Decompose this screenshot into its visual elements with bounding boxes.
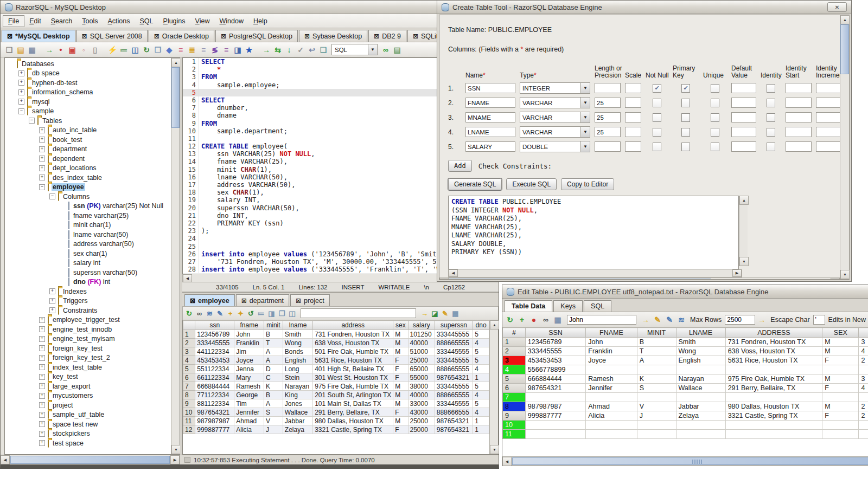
identity-start-input[interactable] bbox=[786, 83, 812, 93]
refresh-icon[interactable]: ↻ bbox=[505, 314, 515, 325]
tree-item[interactable]: salary int bbox=[5, 259, 171, 268]
cell[interactable] bbox=[822, 393, 859, 402]
cell[interactable]: Ramesh bbox=[586, 374, 637, 384]
table-row[interactable]: 9999887777AliciaJZelaya3321 Castle, Spri… bbox=[503, 411, 868, 421]
undo-icon[interactable]: ↩ bbox=[307, 44, 317, 55]
scroll-left-icon[interactable]: ◀ bbox=[449, 269, 458, 277]
length-input[interactable]: 25 bbox=[595, 98, 621, 108]
sql-mode-dropdown[interactable]: SQL▼ bbox=[331, 44, 378, 55]
cell[interactable]: M bbox=[822, 402, 859, 411]
cell[interactable]: 987654321 bbox=[525, 384, 585, 393]
result-tab[interactable]: ⊠project bbox=[290, 294, 330, 306]
cell[interactable] bbox=[859, 365, 868, 374]
tree-item[interactable]: +book_test bbox=[5, 135, 171, 145]
menu-window[interactable]: Window bbox=[214, 16, 248, 27]
menu-help[interactable]: Help bbox=[248, 16, 272, 27]
scroll-up-icon[interactable]: ▲ bbox=[490, 320, 499, 330]
scroll-down-icon[interactable]: ▼ bbox=[171, 445, 181, 454]
result-tab[interactable]: ⊠employee bbox=[184, 294, 235, 306]
go-arrow-icon[interactable]: → bbox=[756, 314, 767, 325]
scroll-down-icon[interactable]: ▼ bbox=[490, 445, 499, 454]
tree-item[interactable]: +dependent bbox=[5, 154, 171, 164]
expander-icon[interactable]: + bbox=[39, 146, 45, 152]
cell[interactable] bbox=[525, 421, 585, 430]
result-tab[interactable]: ⊠department bbox=[236, 294, 289, 306]
cell-icon[interactable]: ◨ bbox=[266, 308, 277, 319]
refresh-icon[interactable]: ↻ bbox=[184, 308, 194, 319]
length-input[interactable] bbox=[595, 83, 621, 93]
add-column-button[interactable]: Add bbox=[448, 160, 472, 172]
table-row[interactable]: 3453453453JoyceAEnglish5631 Rice, Housto… bbox=[503, 356, 868, 365]
menu-file[interactable]: File bbox=[3, 15, 24, 27]
cell[interactable]: Jennifer bbox=[586, 384, 637, 393]
expander-icon[interactable]: + bbox=[49, 307, 55, 313]
save-icon[interactable]: ▦ bbox=[27, 44, 37, 55]
column-header[interactable]: MINIT bbox=[637, 328, 676, 338]
column-header[interactable]: minit bbox=[264, 321, 283, 330]
expander-icon[interactable]: + bbox=[39, 402, 45, 408]
scroll-up-icon[interactable]: ▲ bbox=[171, 58, 181, 67]
scale-input[interactable] bbox=[625, 98, 641, 108]
column-header[interactable]: salary bbox=[408, 321, 435, 330]
edit-gold-icon[interactable]: ✎ bbox=[440, 308, 450, 319]
cell[interactable]: V bbox=[637, 402, 676, 411]
tree-item[interactable]: +des_index_table bbox=[5, 173, 171, 183]
expander-icon[interactable]: + bbox=[39, 421, 45, 427]
chevron-down-icon[interactable]: ▼ bbox=[580, 98, 590, 108]
cell[interactable] bbox=[586, 365, 637, 374]
identity-increment-input[interactable] bbox=[816, 83, 840, 93]
main-titlebar[interactable]: RazorSQL - MySQL Desktop bbox=[1, 1, 499, 14]
identity-increment-input[interactable] bbox=[816, 127, 840, 137]
copy-to-editor-button[interactable]: Copy to Editor bbox=[561, 178, 614, 190]
default-value-input[interactable] bbox=[731, 98, 756, 108]
cell[interactable] bbox=[637, 421, 676, 430]
search-page-icon[interactable]: ◫ bbox=[130, 44, 141, 55]
cell[interactable] bbox=[725, 421, 822, 430]
tab-keys[interactable]: Keys bbox=[553, 300, 583, 312]
column-header[interactable]: fname bbox=[234, 321, 264, 330]
execute-sql-icon[interactable]: ⚡ bbox=[107, 44, 118, 55]
create-table-titlebar[interactable]: Create Table Tool - RazorSQL Database En… bbox=[437, 1, 851, 14]
tree-item[interactable]: sex char(1) bbox=[5, 249, 171, 259]
not-null-checkbox[interactable]: ✔ bbox=[653, 84, 661, 93]
identity-checkbox[interactable] bbox=[767, 128, 775, 137]
refresh-icon[interactable]: ⇆ bbox=[272, 44, 283, 55]
column-header[interactable]: dno bbox=[473, 321, 489, 330]
export-grid-icon[interactable]: ▦ bbox=[450, 308, 461, 319]
identity-increment-input[interactable] bbox=[816, 98, 840, 108]
column-header[interactable]: SSN bbox=[525, 328, 585, 338]
chevron-down-icon[interactable]: ▼ bbox=[580, 83, 590, 93]
tab-sql[interactable]: SQL bbox=[584, 300, 611, 312]
cell[interactable]: S bbox=[637, 384, 676, 393]
tree-item[interactable]: address varchar(50) bbox=[5, 240, 171, 249]
cell[interactable] bbox=[859, 421, 868, 430]
cell[interactable]: Ahmad bbox=[586, 402, 637, 411]
edit-table-icon[interactable]: ≣ bbox=[187, 44, 197, 55]
cell[interactable] bbox=[637, 365, 676, 374]
cell[interactable]: Smith bbox=[676, 338, 725, 347]
primary-key-checkbox[interactable] bbox=[681, 128, 690, 137]
connection-tab[interactable]: ⊠*MySQL Desktop bbox=[2, 30, 75, 42]
table-row[interactable]: 2333445555FranklinTWong638 Voss, Houston… bbox=[503, 347, 868, 356]
tree-item[interactable]: +Triggers bbox=[5, 296, 171, 306]
escape-char-input[interactable] bbox=[813, 315, 825, 325]
execute-sql-button[interactable]: Execute SQL bbox=[506, 178, 557, 190]
dialog-vertical-scrollbar[interactable]: ▲ ▼ bbox=[840, 15, 849, 279]
scrollbar-thumb[interactable] bbox=[10, 456, 170, 464]
identity-start-input[interactable] bbox=[786, 141, 812, 152]
cell[interactable]: Wallace bbox=[676, 384, 725, 393]
expander-icon[interactable]: + bbox=[49, 298, 55, 304]
column-name-input[interactable]: LNAME bbox=[465, 127, 515, 137]
add-row-icon[interactable]: + bbox=[516, 314, 527, 325]
cell[interactable] bbox=[859, 393, 868, 402]
expander-icon[interactable]: + bbox=[39, 336, 45, 342]
tree-item[interactable]: +db space bbox=[5, 69, 171, 79]
tree-item[interactable]: −Tables bbox=[5, 116, 171, 126]
table-row[interactable]: 8987987987AhmadVJabbar980 Dallas, Housto… bbox=[503, 402, 868, 411]
fetch-icon[interactable]: ↓ bbox=[284, 44, 295, 55]
close-tab-icon[interactable]: ⊠ bbox=[374, 33, 379, 40]
column-type-dropdown[interactable]: VARCHAR▼ bbox=[520, 97, 590, 108]
cell[interactable]: J bbox=[637, 411, 676, 421]
cell[interactable]: 980 Dallas, Houston TX bbox=[725, 402, 822, 411]
cell[interactable]: 453453453 bbox=[525, 356, 585, 365]
